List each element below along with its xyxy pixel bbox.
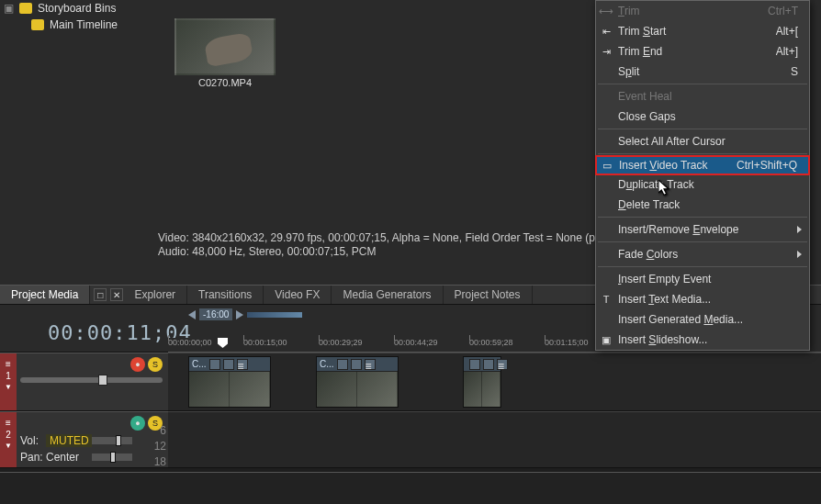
video-lane[interactable]: C...≡C...≡≡ (168, 353, 821, 411)
folder-icon (31, 19, 44, 30)
clip-header: C...≡ (189, 357, 270, 372)
clip-fx-icon[interactable] (209, 359, 220, 370)
clip-fx-icon[interactable] (223, 359, 234, 370)
clip-menu-icon[interactable]: ≡ (365, 359, 376, 370)
vol-slider[interactable] (92, 437, 132, 444)
clip-body (317, 372, 398, 407)
track-header-audio[interactable]: ≡ 2 ▼ ● S Vol: MUTED Pan: Center 6 12 18 (0, 411, 168, 468)
record-icon[interactable]: ● (130, 416, 145, 431)
ruler-tick: 00:00:00;00 (168, 338, 212, 347)
menu-item-delete-track[interactable]: Delete Track (596, 195, 809, 215)
clip-menu-icon[interactable]: ≡ (497, 359, 508, 370)
tab-video-fx[interactable]: Video FX (264, 286, 332, 304)
menu-separator (598, 266, 807, 267)
menu-item-insert-remove-envelope[interactable]: Insert/Remove Envelope (596, 219, 809, 240)
menu-item-insert-slideshow[interactable]: ▣Insert Slideshow... (596, 330, 809, 350)
hamburger-icon[interactable]: ≡ (6, 359, 11, 369)
submenu-arrow-icon (797, 251, 802, 258)
video-clip[interactable]: C...≡ (188, 356, 271, 408)
menu-item-label: Event Heal (618, 90, 672, 103)
menu-item-label: Insert Generated Media... (618, 313, 743, 326)
ruler-tick: 00:00:59;28 (469, 338, 513, 347)
undock-icon[interactable]: □ (94, 288, 107, 301)
slider-handle[interactable] (98, 375, 107, 386)
menu-item-icon: ⇤ (600, 25, 613, 38)
menu-item-label: Trim End (618, 45, 662, 58)
menu-item-insert-empty-event[interactable]: Insert Empty Event (596, 269, 809, 289)
zoom-in-icon[interactable] (236, 310, 243, 319)
tab-controls: □ ✕ (94, 288, 123, 301)
menu-item-insert-text-media[interactable]: TInsert Text Media... (596, 289, 809, 309)
menu-item-label: Insert Empty Event (618, 273, 711, 286)
menu-item-icon: ⟷ (600, 5, 613, 17)
zoom-control[interactable]: -16:00 (188, 308, 302, 320)
menu-item-trim: ⟷TrimCtrl+T (596, 1, 809, 21)
menu-item-insert-generated-media[interactable]: Insert Generated Media... (596, 309, 809, 330)
menu-item-label: Insert/Remove Envelope (618, 223, 738, 236)
project-tree: ▣ Storyboard Bins Main Timeline (0, 0, 156, 285)
menu-shortcut: Ctrl+Shift+Q (737, 159, 797, 172)
hamburger-icon[interactable]: ≡ (6, 418, 11, 428)
zoom-slider[interactable] (247, 312, 302, 318)
close-icon[interactable]: ✕ (110, 288, 123, 301)
timeline-tracks: ≡ 1 ▼ ● S ≡ 2 ▼ ● S Vol: MUTED Pan: Cent… (0, 353, 821, 472)
chevron-down-icon[interactable]: ▼ (5, 442, 12, 450)
menu-item-label: Insert Text Media... (618, 293, 711, 306)
menu-item-trim-start[interactable]: ⇤Trim StartAlt+[ (596, 21, 809, 41)
menu-shortcut: Alt+[ (776, 25, 798, 38)
playhead-marker[interactable] (218, 338, 228, 348)
menu-item-split[interactable]: SplitS (596, 62, 809, 82)
media-audio-info: Audio: 48,000 Hz, Stereo, 00:00:07;15, P… (158, 245, 632, 260)
tree-item-main-timeline[interactable]: Main Timeline (0, 17, 156, 33)
video-clip[interactable]: C...≡ (316, 356, 399, 408)
clip-fx-icon[interactable] (483, 359, 494, 370)
menu-item-duplicate-track[interactable]: Duplicate Track (596, 174, 809, 195)
menu-item-icon: ⇥ (600, 45, 613, 58)
menu-item-trim-end[interactable]: ⇥Trim EndAlt+] (596, 41, 809, 62)
track-number: ≡ 1 ▼ (0, 353, 17, 410)
vol-value[interactable]: MUTED (46, 434, 92, 447)
menu-separator (598, 241, 807, 242)
clip-fx-icon[interactable] (469, 359, 480, 370)
media-thumb[interactable]: C0270.MP4 (174, 18, 276, 88)
menu-item-close-gaps[interactable]: Close Gaps (596, 106, 809, 127)
clip-fx-icon[interactable] (337, 359, 348, 370)
menu-item-label: Close Gaps (618, 110, 676, 123)
clip-menu-icon[interactable]: ≡ (237, 359, 248, 370)
clip-fx-icon[interactable] (351, 359, 362, 370)
tab-explorer[interactable]: Explorer (123, 286, 187, 304)
menu-item-select-all-after-cursor[interactable]: Select All After Cursor (596, 131, 809, 151)
meter-scale: 6 12 18 (154, 423, 166, 469)
track-header-video[interactable]: ≡ 1 ▼ ● S (0, 353, 168, 411)
menu-item-fade-colors[interactable]: Fade Colors (596, 244, 809, 264)
slider-handle[interactable] (110, 452, 116, 463)
media-video-info: Video: 3840x2160x32, 29.970 fps, 00:00:0… (158, 231, 632, 246)
tab-transitions[interactable]: Transitions (187, 286, 264, 304)
record-icon[interactable]: ● (130, 357, 145, 372)
video-clip[interactable]: ≡ (463, 356, 501, 408)
slider-handle[interactable] (116, 435, 121, 446)
menu-item-label: Delete Track (618, 198, 680, 211)
pan-value[interactable]: Center (46, 451, 92, 464)
tab-media-generators[interactable]: Media Generators (332, 286, 443, 304)
clip-body (464, 372, 500, 407)
mouse-cursor-icon (658, 180, 670, 196)
ruler-tick: 00:00:29;29 (319, 338, 363, 347)
clip-name: C... (320, 359, 334, 369)
menu-item-icon: ▭ (601, 159, 613, 172)
opacity-slider[interactable] (20, 377, 163, 383)
menu-item-insert-video-track[interactable]: ▭Insert Video TrackCtrl+Shift+Q (595, 155, 810, 175)
zoom-out-icon[interactable] (188, 310, 196, 319)
menu-separator (598, 129, 807, 129)
audio-controls: Vol: MUTED Pan: Center (20, 434, 110, 464)
pan-slider[interactable] (92, 454, 132, 461)
tab-project-media[interactable]: Project Media (0, 286, 90, 304)
solo-button[interactable]: S (148, 357, 163, 372)
chevron-down-icon[interactable]: ▼ (5, 383, 12, 391)
media-info: Video: 3840x2160x32, 29.970 fps, 00:00:0… (158, 231, 632, 260)
tree-item-storyboard[interactable]: ▣ Storyboard Bins (0, 0, 156, 17)
audio-lane[interactable] (168, 411, 821, 468)
tab-project-notes[interactable]: Project Notes (444, 286, 533, 304)
menu-item-label: Duplicate Track (618, 178, 694, 191)
folder-icon (19, 3, 32, 14)
